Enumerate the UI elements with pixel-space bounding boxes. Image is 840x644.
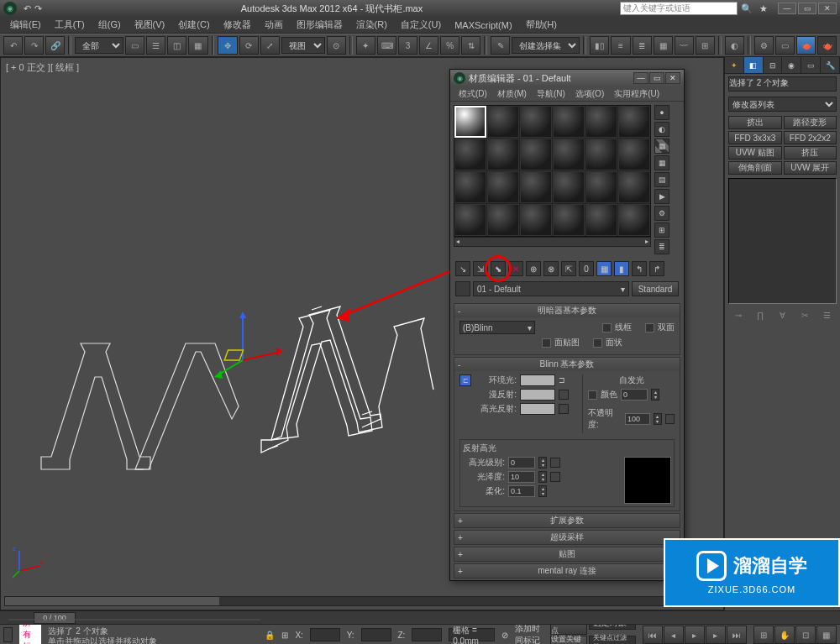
viewport-horizontal-scrollbar[interactable] [4,596,720,606]
y-coord-field[interactable] [361,628,391,641]
pan-icon[interactable]: ✋ [774,626,795,644]
max-viewport-icon[interactable]: ▦ [816,626,837,644]
redo-button[interactable]: ↷ [24,36,44,55]
opacity-spinner[interactable]: 100 [625,413,650,425]
sample-slot-1[interactable] [454,106,486,138]
menu-views[interactable]: 视图(V) [128,18,172,31]
ambient-color-swatch[interactable] [520,374,555,386]
go-parent-icon[interactable]: ↰ [632,261,647,276]
sample-slot[interactable] [520,106,552,138]
select-by-mat-icon[interactable]: ⊞ [654,223,669,238]
sample-type-icon[interactable]: ● [654,105,669,120]
remove-mod-icon[interactable]: ✂ [798,308,811,322]
sample-slot[interactable] [520,204,552,236]
mod-ffd222[interactable]: FFD 2x2x2 [784,131,837,144]
x-coord-field[interactable] [310,628,340,641]
diffuse-map-button[interactable] [559,390,569,400]
transform-type-in-icon[interactable]: ⊞ [281,631,288,640]
isolate-icon[interactable]: ⊞ [753,626,774,644]
prev-frame-icon[interactable]: ◂ [664,626,684,644]
rollout-header[interactable]: -明暗器基本参数 [454,304,680,317]
sample-slot[interactable] [585,106,617,138]
spec-map-button[interactable] [550,458,560,468]
gloss-map-button[interactable] [550,472,560,482]
rollout-header[interactable]: -Blinn 基本参数 [454,358,680,371]
spinner-buttons[interactable]: ▴▾ [538,457,547,469]
angle-snap-button[interactable]: ∠ [419,36,438,55]
manipulate-button[interactable]: ✦ [356,36,375,55]
specular-color-swatch[interactable] [520,403,555,415]
put-to-library-icon[interactable]: ⇱ [561,261,576,276]
display-tab-icon[interactable]: ▭ [801,57,821,73]
make-unique-icon[interactable]: ⊗ [543,261,559,276]
sample-slot[interactable] [487,204,519,236]
menu-tools[interactable]: 工具(T) [48,18,92,31]
material-type-button[interactable]: Standard [632,281,679,296]
rotate-button[interactable]: ⟳ [239,36,259,55]
maximize-button[interactable]: ▭ [798,3,816,14]
show-result-icon[interactable]: ∏ [753,308,767,322]
minimize-button[interactable]: — [778,3,796,14]
assign-to-selection-button[interactable]: ⬊ [491,261,506,276]
ambient-lock-icon[interactable]: ⊏ [459,374,471,386]
rollout-header[interactable]: +贴图 [454,547,680,561]
sample-slot[interactable] [487,106,519,138]
pick-material-icon[interactable] [455,281,470,296]
selfillum-spinner[interactable]: 0 [621,389,648,401]
show-end-result-icon[interactable]: ▮ [614,261,629,276]
material-name-field[interactable]: 01 - Default▾ [473,281,629,296]
time-slider[interactable]: 0 / 100 [0,611,840,625]
mod-ffd333[interactable]: FFD 3x3x3 [728,131,782,144]
select-by-name-button[interactable]: ☰ [146,36,165,55]
unique-icon[interactable]: ∀ [775,308,789,322]
z-coord-field[interactable] [412,628,442,641]
rollout-header[interactable]: +mental ray 连接 [454,564,680,578]
motion-tab-icon[interactable]: ◉ [782,57,801,73]
sample-slot[interactable] [585,139,617,170]
background-icon[interactable]: ▦ [654,139,669,154]
play-icon[interactable]: ▸ [685,626,705,644]
spinner-buttons[interactable]: ▴▾ [538,485,547,497]
rollout-header[interactable]: +扩展参数 [454,514,680,527]
sample-slot[interactable] [618,106,650,138]
goto-end-icon[interactable]: ⏭ [727,626,747,644]
menu-group[interactable]: 组(G) [92,18,128,31]
render-button[interactable]: 🫖 [796,36,816,55]
time-tag-icon[interactable]: ⊘ [501,631,508,640]
menu-maxscript[interactable]: MAXScript(M) [448,20,518,30]
lock-selection-icon[interactable]: 🔒 [265,631,275,640]
menu-rendering[interactable]: 渲染(R) [349,18,394,31]
sample-slot[interactable] [520,139,552,170]
mod-uvwmap[interactable]: UVW 贴图 [728,146,782,160]
next-frame-icon[interactable]: ▸ [706,626,726,644]
add-time-tag[interactable]: 添加时间标记 [515,623,543,644]
transform-gizmo[interactable] [209,310,285,385]
render-prod-button[interactable]: 🫖 [817,36,837,55]
put-to-scene-icon[interactable]: ⇲ [473,261,488,276]
selfillum-color-checkbox[interactable] [588,390,597,400]
opacity-map-button[interactable] [665,414,675,424]
scale-button[interactable]: ⤢ [260,36,280,55]
mod-bevelprofile[interactable]: 倒角剖面 [728,161,782,175]
create-tab-icon[interactable]: ✦ [725,57,744,73]
mat-menu-material[interactable]: 材质(M) [492,86,532,101]
gloss-spinner[interactable]: 10 [508,471,535,483]
snaps-toggle-button[interactable]: 3 [398,36,417,55]
faceted-checkbox[interactable] [593,338,602,348]
diffuse-color-swatch[interactable] [520,389,555,401]
show-map-icon[interactable]: ▦ [596,261,612,276]
shader-type-dropdown[interactable]: (B)Blinn▾ [459,321,535,334]
spinner-buttons[interactable]: ▴▾ [538,471,547,483]
options-icon[interactable]: ⚙ [654,206,669,221]
get-material-icon[interactable]: ↘ [455,261,470,276]
percent-snap-button[interactable]: % [440,36,459,55]
sample-slot[interactable] [585,204,617,236]
soften-spinner[interactable]: 0.1 [508,485,535,497]
sample-slot[interactable] [553,171,585,203]
layer-manager-button[interactable]: ≣ [633,36,652,55]
sample-slot[interactable] [454,204,486,236]
reset-map-icon[interactable]: ✕ [508,261,523,276]
sample-slot[interactable] [618,204,650,236]
configure-sets-icon[interactable]: ☰ [820,308,833,322]
specular-map-button[interactable] [559,404,569,414]
